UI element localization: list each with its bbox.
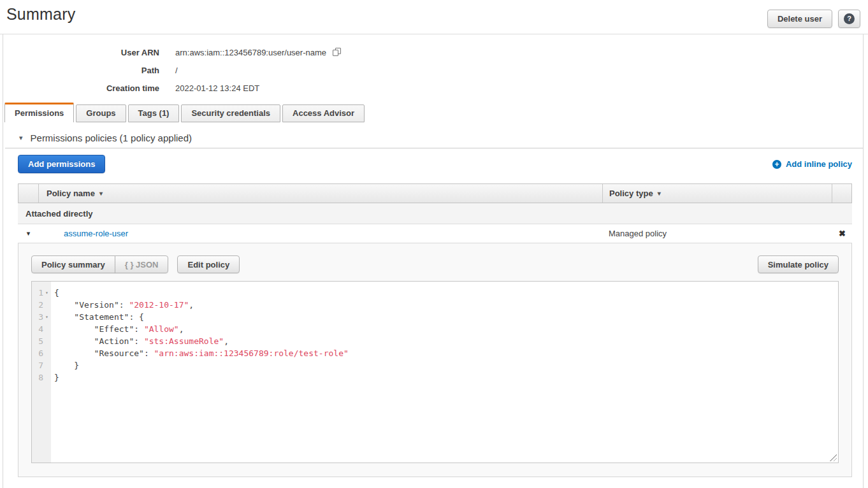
code-line: "Action": "sts:AssumeRole", bbox=[54, 335, 838, 347]
delete-user-button[interactable]: Delete user bbox=[767, 10, 832, 28]
page-header: Summary Delete user ? bbox=[0, 0, 868, 34]
remove-policy-icon[interactable]: ✖ bbox=[839, 229, 846, 238]
gutter-line: 3▾ bbox=[32, 311, 51, 323]
gutter-line: 4 bbox=[32, 323, 51, 335]
policy-view-toggle-group: Policy summary { } JSON bbox=[31, 255, 168, 273]
attached-directly-label: Attached directly bbox=[25, 209, 92, 219]
code-line: "Statement": { bbox=[54, 311, 838, 323]
add-inline-policy-label: Add inline policy bbox=[786, 159, 852, 169]
edit-policy-button[interactable]: Edit policy bbox=[177, 255, 240, 273]
code-line: "Effect": "Allow", bbox=[54, 323, 838, 335]
plus-circle-icon: + bbox=[772, 160, 781, 169]
policy-type-header-label: Policy type bbox=[609, 189, 653, 198]
user-arn-value: arn:aws:iam::123456789:user/user-name bbox=[175, 48, 326, 57]
fold-caret-icon[interactable]: ▾ bbox=[43, 290, 50, 296]
policy-type-cell: Managed policy bbox=[602, 229, 832, 238]
policy-action-cell: ✖ bbox=[832, 229, 852, 238]
policy-table-header: Policy name ▾ Policy type ▾ bbox=[18, 183, 852, 203]
gutter-line: 2 bbox=[32, 299, 51, 311]
tab-bar: Permissions Groups Tags (1) Security cre… bbox=[4, 103, 868, 122]
policy-actions-row: Add permissions + Add inline policy bbox=[18, 155, 852, 173]
tab-security-credentials[interactable]: Security credentials bbox=[181, 104, 280, 122]
code-line: "Version": "2012-10-17", bbox=[54, 299, 838, 311]
policy-name-cell: assume-role-user bbox=[39, 229, 602, 238]
tab-tags[interactable]: Tags (1) bbox=[128, 104, 180, 122]
add-inline-policy-link[interactable]: + Add inline policy bbox=[772, 159, 852, 169]
fold-caret-icon[interactable]: ▾ bbox=[43, 314, 50, 320]
policy-view-buttons: Policy summary { } JSON Edit policy bbox=[31, 255, 240, 273]
policy-detail-buttons: Policy summary { } JSON Edit policy Simu… bbox=[31, 255, 839, 273]
tab-access-advisor[interactable]: Access Advisor bbox=[282, 104, 365, 122]
detail-row-creation-time: Creation time 2022-01-12 13:24 EDT bbox=[0, 79, 868, 97]
creation-time-label: Creation time bbox=[0, 83, 159, 93]
help-button[interactable]: ? bbox=[838, 10, 860, 28]
json-view-button[interactable]: { } JSON bbox=[115, 255, 169, 273]
code-line: } bbox=[54, 371, 838, 384]
gutter-line: 8 bbox=[32, 371, 51, 384]
path-value: / bbox=[175, 66, 178, 75]
creation-time-value: 2022-01-12 13:24 EDT bbox=[175, 83, 259, 93]
column-header-policy-name[interactable]: Policy name ▾ bbox=[39, 184, 602, 203]
header-actions: Delete user ? bbox=[767, 10, 860, 28]
policy-name-header-label: Policy name bbox=[47, 189, 95, 198]
row-expand-caret-icon[interactable]: ▾ bbox=[18, 229, 39, 238]
policy-name-link[interactable]: assume-role-user bbox=[64, 229, 128, 238]
policy-summary-button[interactable]: Policy summary bbox=[31, 255, 115, 273]
editor-code: { "Version": "2012-10-17", "Statement": … bbox=[51, 282, 838, 463]
user-arn-label: User ARN bbox=[0, 48, 159, 57]
add-permissions-button[interactable]: Add permissions bbox=[18, 155, 105, 173]
copy-icon-front-square bbox=[333, 50, 338, 56]
tab-permissions[interactable]: Permissions bbox=[4, 103, 74, 122]
page-title: Summary bbox=[6, 5, 75, 24]
simulate-policy-button[interactable]: Simulate policy bbox=[758, 255, 839, 273]
gutter-line: 5 bbox=[32, 335, 51, 347]
sort-caret-icon: ▾ bbox=[99, 190, 103, 197]
gutter-line: 7 bbox=[32, 359, 51, 371]
path-label: Path bbox=[0, 66, 159, 75]
detail-row-user-arn: User ARN arn:aws:iam::123456789:user/use… bbox=[0, 43, 868, 61]
gutter-line: 6 bbox=[32, 347, 51, 359]
copy-icon[interactable] bbox=[332, 48, 342, 57]
attached-directly-group-row: Attached directly bbox=[18, 203, 852, 224]
detail-row-path: Path / bbox=[0, 61, 868, 79]
permissions-policies-title: Permissions policies (1 policy applied) bbox=[31, 133, 192, 143]
policy-detail-panel: Policy summary { } JSON Edit policy Simu… bbox=[18, 243, 852, 477]
tab-groups[interactable]: Groups bbox=[76, 104, 126, 122]
code-line: { bbox=[54, 287, 838, 299]
code-line: } bbox=[54, 359, 838, 371]
user-details: User ARN arn:aws:iam::123456789:user/use… bbox=[0, 34, 868, 97]
content-panel-right-edge bbox=[863, 34, 864, 488]
policy-json-editor[interactable]: 1▾23▾45678 { "Version": "2012-10-17", "S… bbox=[31, 281, 839, 463]
gutter-line: 1▾ bbox=[32, 287, 51, 299]
code-line: "Resource": "arn:aws:iam::123456789:role… bbox=[54, 347, 838, 359]
collapse-caret-icon[interactable]: ▾ bbox=[19, 134, 23, 142]
help-icon: ? bbox=[844, 13, 855, 24]
policy-table: Policy name ▾ Policy type ▾ Attached dir… bbox=[18, 183, 852, 477]
sort-caret-icon: ▾ bbox=[658, 190, 661, 197]
iam-user-summary-page: Summary Delete user ? User ARN arn:aws:i… bbox=[0, 0, 868, 488]
permissions-policies-section-header: ▾ Permissions policies (1 policy applied… bbox=[19, 131, 868, 145]
policy-table-row: ▾ assume-role-user Managed policy ✖ bbox=[18, 224, 852, 243]
content-panel-left-edge bbox=[3, 34, 3, 488]
editor-gutter: 1▾23▾45678 bbox=[32, 282, 51, 463]
section-divider bbox=[5, 148, 863, 148]
header-caret-column bbox=[18, 184, 39, 203]
column-header-policy-type[interactable]: Policy type ▾ bbox=[602, 184, 832, 203]
header-action-column bbox=[832, 184, 851, 203]
